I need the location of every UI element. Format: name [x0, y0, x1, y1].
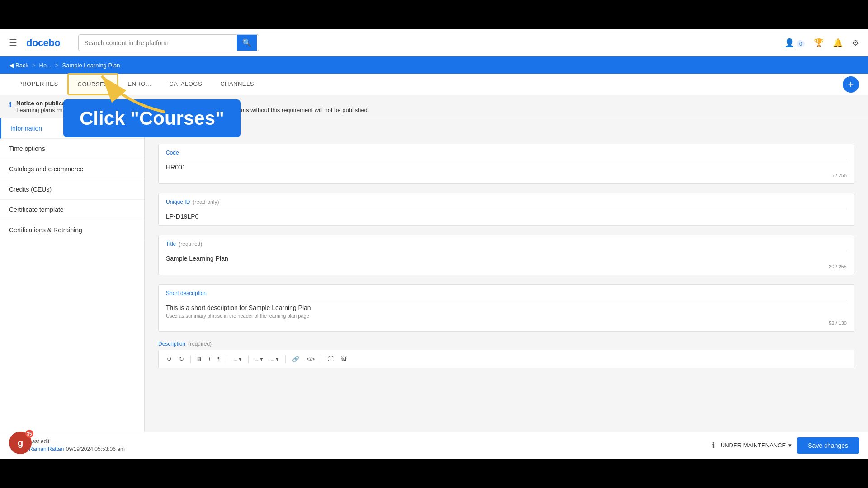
title-label: Title (required) [166, 241, 847, 247]
breadcrumb-sep-1: > [32, 62, 36, 69]
code-counter: 5 / 255 [166, 173, 847, 178]
last-edit-info: Last edit Raman Rattan 09/19/2024 05:53:… [29, 438, 125, 453]
italic-button[interactable]: I [206, 354, 213, 364]
save-button[interactable]: Save changes [797, 437, 859, 454]
toolbar-sep-3 [248, 355, 249, 363]
last-edit-label: Last edit [29, 438, 125, 445]
unordered-list-button[interactable]: ≡ ▾ [268, 354, 281, 364]
title-counter: 20 / 255 [166, 264, 847, 269]
logo-text: docebo [26, 37, 60, 49]
sidebar-item-credits[interactable]: Credits (CEUs) [0, 179, 144, 200]
title-value[interactable]: Sample Learning Plan [166, 255, 847, 262]
bottom-user-avatar[interactable]: g 35 [9, 432, 32, 454]
footer-bar: RR Last edit Raman Rattan 09/19/2024 05:… [0, 432, 868, 459]
desc-required-label: (required) [188, 341, 212, 347]
unique-id-label: Unique ID (read-only) [166, 199, 847, 205]
header-right: 👤 0 🏆 🔔 ⚙ [784, 38, 859, 48]
unique-id-field: Unique ID (read-only) LP-D19LP0 [158, 193, 854, 226]
form-section-title: Information [158, 127, 854, 135]
footer-info-icon[interactable]: ℹ [712, 441, 715, 450]
desc-label: Description (required) [158, 341, 854, 347]
ordered-list-button[interactable]: ≡ ▾ [252, 354, 266, 364]
avatar-letter: g [18, 438, 23, 448]
sidebar-item-certifications[interactable]: Certifications & Retraining [0, 220, 144, 240]
search-button[interactable]: 🔍 [237, 35, 257, 51]
editor-toolbar: ↺ ↻ B I ¶ ≡ ▾ ≡ ▾ ≡ ▾ 🔗 </> ⛶ 🖼 [158, 350, 854, 368]
search-input[interactable] [79, 36, 237, 50]
search-bar: 🔍 [78, 34, 259, 51]
footer-right: ℹ UNDER MAINTENANCE ▾ Save changes [712, 437, 859, 454]
last-edit-user: Raman Rattan [29, 446, 64, 452]
fullscreen-button[interactable]: ⛶ [325, 354, 336, 364]
align-button[interactable]: ≡ ▾ [231, 354, 245, 364]
unique-id-value: LP-D19LP0 [166, 213, 847, 220]
image-button[interactable]: 🖼 [338, 354, 349, 364]
sidebar-item-catalogs-ecommerce[interactable]: Catalogs and e-commerce [0, 159, 144, 179]
short-desc-label: Short description [166, 290, 847, 296]
maintenance-dropdown[interactable]: UNDER MAINTENANCE ▾ [721, 442, 792, 449]
breadcrumb-sep-2: > [55, 62, 59, 69]
top-black-bar [0, 0, 868, 29]
add-button[interactable]: + [843, 76, 859, 93]
avatar-notification-badge: 35 [25, 430, 33, 438]
notice-icon: ℹ [9, 100, 12, 109]
user-badge: 0 [797, 40, 805, 47]
last-edit-date: 09/19/2024 05:53:06 am [66, 446, 125, 452]
short-desc-counter: 52 / 130 [166, 320, 847, 326]
toolbar-sep-2 [227, 355, 227, 363]
back-button[interactable]: ◀ Back [9, 62, 28, 69]
tab-channels[interactable]: CHANNELS [211, 74, 263, 95]
arrow-svg [88, 67, 179, 121]
description-field: Description (required) ↺ ↻ B I ¶ ≡ ▾ ≡ ▾… [158, 341, 854, 368]
code-field: Code HR001 5 / 255 [158, 144, 854, 184]
code-value[interactable]: HR001 [166, 164, 847, 171]
title-required-label: (required) [179, 241, 202, 247]
main-content: Information Time options Catalogs and e-… [0, 118, 868, 465]
header: ☰ docebo 🔍 👤 0 🏆 🔔 ⚙ [0, 29, 868, 56]
redo-button[interactable]: ↻ [176, 354, 187, 364]
toolbar-sep-4 [285, 355, 286, 363]
title-field: Title (required) Sample Learning Plan 20… [158, 235, 854, 275]
chevron-down-icon: ▾ [788, 442, 792, 449]
user-icon[interactable]: 👤 0 [784, 38, 805, 48]
short-desc-value[interactable]: This is a short description for Sample L… [166, 304, 847, 311]
unique-id-readonly-label: (read-only) [193, 199, 219, 205]
toolbar-sep-5 [321, 355, 321, 363]
logo: docebo [26, 37, 60, 49]
undo-button[interactable]: ↺ [164, 354, 175, 364]
bold-button[interactable]: B [194, 354, 204, 364]
code-label: Code [166, 150, 847, 156]
code-button[interactable]: </> [304, 354, 318, 364]
sidebar-item-certificate[interactable]: Certificate template [0, 200, 144, 220]
short-description-field: Short description This is a short descri… [158, 284, 854, 332]
trophy-icon[interactable]: 🏆 [814, 38, 824, 48]
bottom-black-bar [0, 459, 868, 488]
link-button[interactable]: 🔗 [289, 354, 302, 364]
paragraph-button[interactable]: ¶ [215, 354, 223, 364]
settings-icon[interactable]: ⚙ [852, 38, 859, 48]
yellow-arrow [88, 67, 179, 123]
sidebar-item-time-options[interactable]: Time options [0, 139, 144, 159]
form-area: Information Code HR001 5 / 255 Unique ID… [145, 118, 868, 465]
maintenance-label: UNDER MAINTENANCE [721, 442, 786, 449]
breadcrumb-home[interactable]: Ho... [39, 62, 52, 69]
tab-properties[interactable]: PROPERTIES [9, 74, 67, 95]
left-sidebar: Information Time options Catalogs and e-… [0, 118, 145, 465]
hamburger-icon[interactable]: ☰ [9, 38, 17, 48]
short-desc-hint: Used as summary phrase in the header of … [166, 313, 847, 319]
bell-icon[interactable]: 🔔 [833, 38, 843, 48]
toolbar-sep-1 [190, 355, 191, 363]
